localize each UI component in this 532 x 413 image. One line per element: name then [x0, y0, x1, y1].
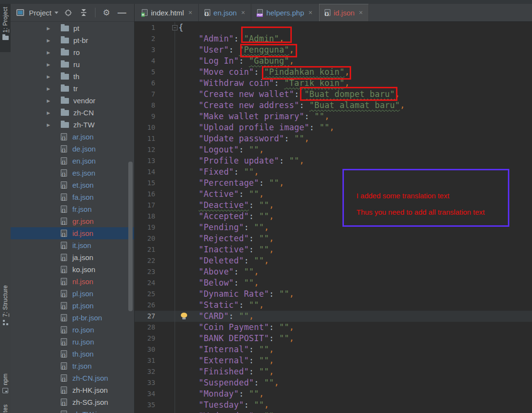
- code-line-29[interactable]: 29 "BANK DEPOSIT": "",: [135, 333, 532, 344]
- tree-item-pt.json[interactable]: pt.json: [11, 300, 134, 312]
- code-line-13[interactable]: 13 "Profile update": "",: [135, 155, 532, 166]
- close-icon[interactable]: ×: [241, 9, 245, 16]
- editor-tab-en.json[interactable]: {}en.json×: [199, 4, 252, 21]
- code-line-1[interactable]: 1{−: [135, 22, 532, 33]
- expand-arrow-icon[interactable]: ▶: [47, 74, 50, 79]
- tree-item-zh-SG.json[interactable]: zh-SG.json: [11, 396, 134, 408]
- editor-tab-helpers.php[interactable]: PHPhelpers.php×: [251, 4, 319, 21]
- code-line-6[interactable]: 6 "Withdraw coin": "Tarik koin",: [135, 78, 532, 89]
- code-line-34[interactable]: 34 "Monday": "",: [135, 388, 532, 399]
- code-line-4[interactable]: 4 "Log In": "Gabung",: [135, 55, 532, 67]
- tree-item-ru.json[interactable]: ru.json: [11, 336, 134, 348]
- code-line-11[interactable]: 11 "Update password": "",: [135, 133, 532, 144]
- tree-item-th.json[interactable]: th.json: [11, 348, 134, 360]
- code-line-22[interactable]: 22 "Deleted": "",: [135, 255, 532, 266]
- tree-item-pt-br[interactable]: ▶pt-br: [11, 34, 134, 46]
- code-line-32[interactable]: 32 "Finished": "",: [135, 366, 532, 377]
- tree-item-tr.json[interactable]: tr.json: [11, 360, 134, 372]
- expand-arrow-icon[interactable]: ▶: [47, 98, 50, 103]
- tree-item-en.json[interactable]: en.json: [11, 155, 134, 167]
- editor-tab-index.html[interactable]: Hindex.html×: [136, 4, 199, 21]
- code-line-8[interactable]: 8 "Create new address": "Buat alamat bar…: [135, 100, 532, 111]
- tool-tab-structure[interactable]: 7: Structure: [0, 282, 11, 372]
- code-line-21[interactable]: 21 "Inactive": "",: [135, 244, 532, 255]
- expand-arrow-icon[interactable]: ▶: [47, 110, 50, 115]
- tree-item-ko.json[interactable]: ko.json: [11, 263, 134, 275]
- code-line-36[interactable]: 36 "Wednesday": "",: [135, 411, 532, 413]
- code-line-30[interactable]: 30 "Internal": "",: [135, 344, 532, 355]
- tree-item-tr[interactable]: ▶tr: [11, 83, 134, 95]
- code-line-20[interactable]: 20 "Rejected": "",: [135, 233, 532, 244]
- tree-item-id.json[interactable]: id.json: [11, 227, 134, 239]
- code-line-9[interactable]: 9 "Make wallet primary": "",: [135, 111, 532, 122]
- tree-item-zh-TW[interactable]: ▶zh-TW: [11, 119, 134, 131]
- tree-item-ro.json[interactable]: ro.json: [11, 324, 134, 336]
- tree-item-nl.json[interactable]: nl.json: [11, 275, 134, 288]
- tree-item-pl.json[interactable]: pl.json: [11, 288, 134, 300]
- tree-item-th[interactable]: ▶th: [11, 70, 134, 83]
- intention-bulb-icon[interactable]: [181, 313, 187, 317]
- tree-item-zh-CN[interactable]: ▶zh-CN: [11, 107, 134, 119]
- expand-arrow-icon[interactable]: ▶: [47, 26, 50, 31]
- tool-tab-project[interactable]: 1: Project: [0, 4, 11, 52]
- code-line-28[interactable]: 28 "Coin Payment": "",: [135, 322, 532, 333]
- tree-item-es.json[interactable]: es.json: [11, 167, 134, 179]
- code-editor[interactable]: 1{−2 "Admin": "Admin",3 "User": "Penggun…: [135, 22, 532, 413]
- tree-item-zh-TW.json[interactable]: zh-TW.json: [11, 408, 134, 413]
- code-line-2[interactable]: 2 "Admin": "Admin",: [135, 33, 532, 44]
- tree-item-it.json[interactable]: it.json: [11, 239, 134, 251]
- code-line-25[interactable]: 25 "Dynamic Rate": "",: [135, 289, 532, 300]
- tree-item-vendor[interactable]: ▶vendor: [11, 95, 134, 107]
- hide-panel-icon[interactable]: —: [117, 7, 127, 18]
- tree-item-ro[interactable]: ▶ro: [11, 46, 134, 58]
- code-line-18[interactable]: 18 "Accepted": "",: [135, 211, 532, 222]
- tree-item-pt[interactable]: ▶pt: [11, 22, 134, 34]
- code-line-35[interactable]: 35 "Tuesday": "",: [135, 399, 532, 411]
- tree-item-de.json[interactable]: de.json: [11, 143, 134, 155]
- tree-item-ar.json[interactable]: ar.json: [11, 131, 134, 143]
- close-icon[interactable]: ×: [309, 9, 313, 16]
- code-line-19[interactable]: 19 "Pending": "",: [135, 222, 532, 233]
- code-line-27[interactable]: 27 "CARD": "",: [135, 311, 532, 322]
- chevron-down-icon[interactable]: [55, 12, 58, 14]
- tree-item-gr.json[interactable]: gr.json: [11, 215, 134, 227]
- expand-arrow-icon[interactable]: ▶: [47, 123, 50, 127]
- close-icon[interactable]: ×: [188, 9, 192, 16]
- editor-tab-id.json[interactable]: {}id.json×: [319, 4, 369, 21]
- expand-arrow-icon[interactable]: ▶: [47, 50, 50, 55]
- tool-tab-npm[interactable]: npm: [0, 371, 11, 404]
- tree-scrollbar-thumb[interactable]: [128, 162, 133, 311]
- code-line-33[interactable]: 33 "Suspended": "",: [135, 377, 532, 388]
- code-line-17[interactable]: 17 "Deactive": "",: [135, 200, 532, 211]
- code-line-26[interactable]: 26 "Static": "",: [135, 300, 532, 311]
- tool-tab-favorites[interactable]: Favorites: [0, 401, 11, 413]
- tree-item-ru[interactable]: ▶ru: [11, 58, 134, 70]
- locate-file-icon[interactable]: [63, 7, 74, 18]
- tree-item-zh-HK.json[interactable]: zh-HK.json: [11, 384, 134, 396]
- fold-collapse-icon[interactable]: −: [172, 25, 177, 30]
- code-line-15[interactable]: 15 "Percentage": "",: [135, 178, 532, 189]
- code-line-10[interactable]: 10 "Upload profile image": "",: [135, 122, 532, 133]
- tool-tab-npm-label: npm: [2, 373, 9, 385]
- code-line-16[interactable]: 16 "Active": "",: [135, 189, 532, 200]
- tree-item-ja.json[interactable]: ja.json: [11, 251, 134, 263]
- settings-gear-icon[interactable]: ⚙: [101, 7, 112, 18]
- expand-arrow-icon[interactable]: ▶: [47, 86, 50, 91]
- code-line-7[interactable]: 7 "Create new wallet": "Buat dompet baru…: [135, 89, 532, 100]
- expand-arrow-icon[interactable]: ▶: [47, 62, 50, 67]
- close-icon[interactable]: ×: [359, 9, 363, 16]
- collapse-all-icon[interactable]: [79, 7, 89, 18]
- code-line-31[interactable]: 31 "External": "",: [135, 355, 532, 366]
- code-line-12[interactable]: 12 "Logout": "",: [135, 144, 532, 155]
- code-line-24[interactable]: 24 "Below": "",: [135, 277, 532, 289]
- code-line-5[interactable]: 5 "Move coin": "Pindahkan koin",: [135, 67, 532, 78]
- tree-item-fa.json[interactable]: fa.json: [11, 191, 134, 203]
- tree-item-pt-br.json[interactable]: pt-br.json: [11, 312, 134, 324]
- code-line-14[interactable]: 14 "Fixed": "",: [135, 166, 532, 178]
- tree-item-et.json[interactable]: et.json: [11, 179, 134, 191]
- code-line-3[interactable]: 3 "User": "Pengguna",: [135, 44, 532, 55]
- expand-arrow-icon[interactable]: ▶: [47, 38, 50, 43]
- tree-item-zh-CN.json[interactable]: zh-CN.json: [11, 372, 134, 384]
- tree-item-fr.json[interactable]: fr.json: [11, 203, 134, 215]
- code-line-23[interactable]: 23 "Above": "",: [135, 266, 532, 277]
